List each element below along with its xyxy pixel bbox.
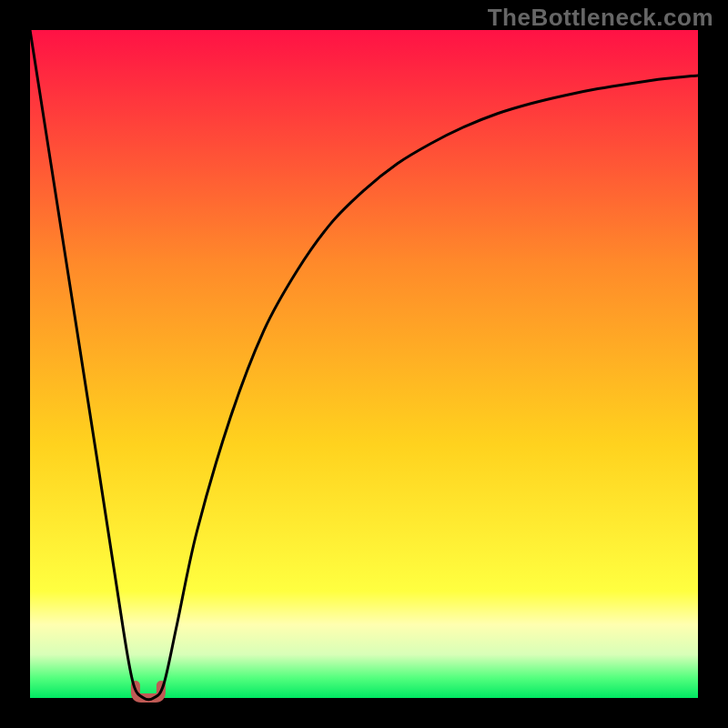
chart-frame: TheBottleneck.com	[0, 0, 728, 728]
watermark-text: TheBottleneck.com	[488, 4, 713, 32]
chart-svg	[0, 0, 728, 728]
plot-background	[30, 30, 698, 698]
